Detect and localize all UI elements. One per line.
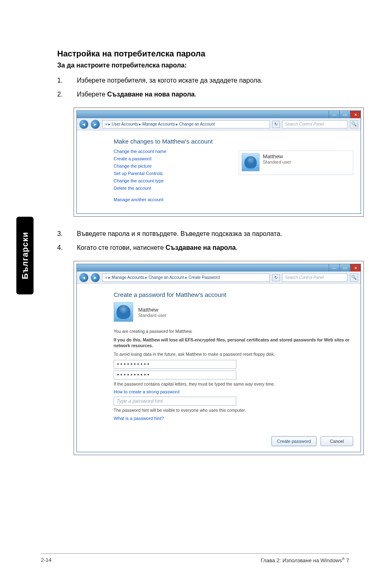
user-role: Standard user (263, 159, 291, 164)
search-icon[interactable]: 🔍 (350, 274, 358, 282)
step-text: Въведете парола и я потвърдете. Въведете… (77, 229, 282, 239)
link-change-picture[interactable]: Change the picture (114, 164, 222, 168)
close-button[interactable] (350, 111, 361, 118)
info-line-2: If you do this, Matthew will lose all EF… (114, 337, 353, 349)
step-number: 2. (57, 90, 65, 99)
refresh-button[interactable]: ↻ (272, 274, 280, 281)
forward-button[interactable]: ► (91, 273, 100, 282)
password-input[interactable]: •••••••••• (114, 360, 236, 369)
step-text-prefix: Изберете (77, 91, 107, 98)
close-button[interactable] (350, 264, 361, 272)
link-create-password[interactable]: Create a password (114, 156, 222, 161)
window-body: Create a password for Matthew's account … (77, 284, 361, 431)
search-input[interactable]: Search Control Panel (282, 274, 347, 282)
link-change-type[interactable]: Change the account type (114, 178, 222, 183)
link-delete-account[interactable]: Delete the account (114, 186, 222, 191)
step-text-suffix: . (236, 244, 238, 251)
cancel-button[interactable]: Cancel (321, 436, 353, 446)
step-text: Изберете Създаване на нова парола. (77, 90, 197, 99)
maximize-button[interactable] (339, 264, 350, 272)
password-hint-input[interactable]: Type a password hint (114, 397, 236, 406)
step-number: 4. (57, 243, 65, 253)
step-1: 1. Изберете потребителя, за когото искат… (57, 76, 349, 85)
titlebar (77, 111, 361, 118)
search-input[interactable]: Search Control Panel (282, 120, 347, 128)
breadcrumb[interactable]: « ▸ Manage Accounts ▸ Change an Account … (102, 274, 270, 282)
chapter-label: Глава 2: Използване на Windows® 7 (261, 557, 349, 563)
page-number: 2-14 (41, 557, 52, 563)
step-number: 3. (57, 229, 65, 239)
step-text-suffix: . (195, 91, 196, 98)
step-number: 1. (57, 76, 65, 85)
language-label: Български (20, 232, 30, 279)
user-role: Standard user (138, 313, 166, 318)
figure-1: ◄ ► « ▸ User Accounts ▸ Manage Accounts … (74, 108, 364, 217)
user-card: Matthew Standard user (114, 302, 353, 322)
links-column: Change the account name Create a passwor… (114, 149, 222, 204)
info-line-5: The password hint will be visible to eve… (114, 407, 353, 413)
window-change-account: ◄ ► « ▸ User Accounts ▸ Manage Accounts … (76, 110, 361, 214)
info-line-3: To avoid losing data in the future, ask … (114, 351, 353, 357)
minimize-button[interactable] (329, 111, 339, 118)
step-text-bold: Създаване на парола (166, 244, 236, 251)
avatar-icon (242, 153, 260, 171)
step-2: 2. Изберете Създаване на нова парола. (57, 90, 349, 99)
footer-text-prefix: Глава 2: Използване на Windows (261, 557, 342, 563)
panel-heading: Make changes to Matthew's account (114, 138, 353, 145)
page-footer: 2-14 Глава 2: Използване на Windows® 7 (41, 553, 349, 563)
step-4: 4. Когато сте готови, натиснете Създаван… (57, 243, 349, 253)
panel-heading: Create a password for Matthew's account (114, 291, 353, 298)
figure-2: ◄ ► « ▸ Manage Accounts ▸ Change an Acco… (74, 261, 364, 455)
titlebar (77, 264, 361, 272)
steps-list-1: 1. Изберете потребителя, за когото искат… (57, 76, 349, 99)
minimize-button[interactable] (329, 264, 339, 272)
refresh-button[interactable]: ↻ (272, 121, 280, 128)
avatar-icon (114, 302, 133, 322)
page: Български Настройка на потребителска пар… (0, 0, 390, 588)
button-row: Create password Cancel (77, 431, 361, 452)
breadcrumb[interactable]: « ▸ User Accounts ▸ Manage Accounts ▸ Ch… (102, 120, 270, 128)
step-text-bold: Създаване на нова парола (107, 91, 195, 98)
steps-list-2: 3. Въведете парола и я потвърдете. Въвед… (57, 229, 349, 253)
forward-button[interactable]: ► (91, 120, 100, 129)
section-subheading: За да настроите потребителска парола: (57, 62, 349, 69)
nav-toolbar: ◄ ► « ▸ Manage Accounts ▸ Change an Acco… (77, 272, 361, 284)
maximize-button[interactable] (339, 111, 350, 118)
footer-text-suffix: 7 (345, 557, 349, 563)
back-button[interactable]: ◄ (79, 273, 88, 282)
user-name: Matthew (263, 153, 291, 159)
create-password-button[interactable]: Create password (271, 436, 316, 446)
info-line-1: You are creating a password for Matthew. (114, 328, 353, 334)
window-create-password: ◄ ► « ▸ Manage Accounts ▸ Change an Acco… (76, 264, 361, 452)
window-body: Make changes to Matthew's account Change… (77, 130, 361, 213)
step-text-prefix: Когато сте готови, натиснете (77, 244, 166, 251)
link-what-is-hint[interactable]: What is a password hint? (114, 416, 353, 421)
link-strong-password[interactable]: How to create a strong password (114, 389, 353, 394)
section-heading: Настройка на потребителска парола (57, 49, 349, 58)
step-text: Когато сте готови, натиснете Създаване н… (77, 243, 238, 253)
search-icon[interactable]: 🔍 (350, 120, 358, 128)
nav-toolbar: ◄ ► « ▸ User Accounts ▸ Manage Accounts … (77, 118, 361, 130)
link-manage-another[interactable]: Manage another account (114, 197, 222, 202)
language-side-tab: Български (16, 217, 34, 294)
link-change-name[interactable]: Change the account name (114, 149, 222, 154)
user-card: Matthew Standard user (239, 150, 353, 175)
link-parental-controls[interactable]: Set up Parental Controls (114, 171, 222, 176)
info-line-4: If the password contains capital letters… (114, 381, 353, 387)
back-button[interactable]: ◄ (79, 120, 88, 129)
step-text: Изберете потребителя, за когото искате д… (77, 76, 263, 85)
confirm-password-input[interactable]: •••••••••• (114, 370, 236, 379)
step-3: 3. Въведете парола и я потвърдете. Въвед… (57, 229, 349, 239)
user-name: Matthew (138, 307, 166, 313)
